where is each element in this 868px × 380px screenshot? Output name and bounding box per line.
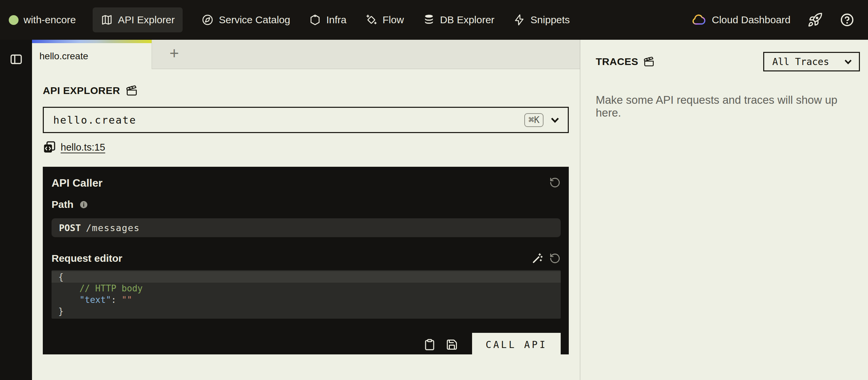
endpoint-select[interactable]: hello.create ⌘K <box>43 107 569 133</box>
path-label: Path <box>52 199 73 210</box>
api-caller-panel: API Caller Path POST /messages <box>43 167 569 354</box>
trace-filter-select[interactable]: All Traces <box>763 52 860 71</box>
rocket-button[interactable] <box>807 12 823 28</box>
shortcut-badge: ⌘K <box>524 113 544 127</box>
undo-icon <box>549 253 561 264</box>
database-icon <box>423 14 435 26</box>
nav-item-label: Snippets <box>530 14 570 26</box>
nav-item-label: Infra <box>326 14 346 26</box>
explorer-heading-row: API EXPLORER <box>43 85 569 97</box>
save-icon <box>446 339 458 351</box>
nav-item-label: DB Explorer <box>440 14 495 26</box>
nav-item-label: API Explorer <box>118 14 175 26</box>
endpoint-select-right: ⌘K <box>524 113 561 127</box>
wand-sparkles-icon <box>532 253 543 264</box>
request-editor-header: Request editor <box>52 253 561 264</box>
generate-payload-button[interactable] <box>532 253 543 264</box>
rocket-icon <box>807 12 823 28</box>
chevron-down-icon <box>549 114 561 126</box>
nav-item-db-explorer[interactable]: DB Explorer <box>423 14 495 26</box>
cube-icon <box>309 14 321 26</box>
traces-title: TRACES <box>596 56 638 67</box>
tab-label: hello.create <box>39 51 88 62</box>
copy-request-button[interactable] <box>424 339 436 351</box>
source-link-label: hello.ts:15 <box>61 142 105 153</box>
clipboard-icon <box>424 339 436 351</box>
tab-strip: + <box>152 40 580 69</box>
code-line: } <box>52 306 561 317</box>
app-name: with-encore <box>24 14 76 26</box>
trace-filter-value: All Traces <box>772 56 829 67</box>
path-label-row: Path <box>52 199 561 210</box>
nav-item-api-explorer[interactable]: API Explorer <box>93 7 183 32</box>
api-caller-footer: CALL API <box>52 333 561 356</box>
nav-item-snippets[interactable]: Snippets <box>513 14 570 26</box>
endpoint-name: hello.create <box>53 114 136 126</box>
info-icon[interactable] <box>79 200 88 209</box>
explorer-content: API EXPLORER hello.create ⌘K hell <box>32 69 580 354</box>
save-request-button[interactable] <box>446 339 458 351</box>
request-editor[interactable]: { // HTTP body "text": "" } <box>52 270 561 319</box>
reset-path-button[interactable] <box>549 177 561 188</box>
top-nav: with-encore API Explorer Service Catalog… <box>0 0 868 40</box>
nav-item-infra[interactable]: Infra <box>309 14 346 26</box>
request-editor-title: Request editor <box>52 253 122 264</box>
page-body: hello.create + API EXPLORER hello.create… <box>0 40 868 380</box>
help-button[interactable] <box>840 12 855 27</box>
nav-item-flow[interactable]: Flow <box>365 14 404 26</box>
call-api-button[interactable]: CALL API <box>472 333 561 356</box>
endpoint-path-bar: POST /messages <box>52 218 561 237</box>
cloud-icon <box>691 12 706 27</box>
nav-item-service-catalog[interactable]: Service Catalog <box>202 14 290 26</box>
cloud-dashboard-label: Cloud Dashboard <box>712 14 790 26</box>
map-icon <box>101 14 113 26</box>
code-line: // HTTP body <box>52 283 561 294</box>
traces-panel: TRACES All Traces Make some API requests… <box>580 40 868 380</box>
tab-hello-create[interactable]: hello.create <box>32 40 152 69</box>
traces-title-row: TRACES <box>596 56 655 67</box>
traces-header: TRACES All Traces <box>596 52 860 71</box>
compass-icon <box>202 14 214 26</box>
undo-icon <box>549 177 561 188</box>
nav-item-label: Flow <box>382 14 404 26</box>
left-rail <box>0 40 32 380</box>
help-icon <box>840 12 855 27</box>
main-nav: API Explorer Service Catalog Infra Flow … <box>93 7 691 32</box>
traces-empty-message: Make some API requests and traces will s… <box>596 94 860 119</box>
http-method: POST <box>59 223 81 233</box>
tab-bar: hello.create + <box>32 40 580 69</box>
cloud-dashboard-link[interactable]: Cloud Dashboard <box>691 12 790 27</box>
page-title: API EXPLORER <box>43 85 120 96</box>
http-path: /messages <box>86 223 140 233</box>
clapperboard-icon <box>643 56 655 67</box>
chevron-down-icon <box>843 56 854 67</box>
reset-request-button[interactable] <box>549 253 561 264</box>
app-status-dot <box>9 15 19 25</box>
nav-item-label: Service Catalog <box>219 14 290 26</box>
sidebar-toggle-icon <box>9 53 23 66</box>
api-caller-title: API Caller <box>52 177 102 189</box>
code-file-icon <box>43 140 56 154</box>
clapperboard-icon <box>126 85 138 97</box>
app-identity[interactable]: with-encore <box>9 14 76 26</box>
api-caller-header: API Caller <box>52 177 561 189</box>
nav-right: Cloud Dashboard <box>691 12 855 28</box>
new-tab-button[interactable]: + <box>166 45 182 63</box>
request-editor-actions <box>532 253 561 264</box>
source-link[interactable]: hello.ts:15 <box>43 140 105 154</box>
code-line: "text": "" <box>52 294 561 306</box>
diamond-sparkle-icon <box>365 14 377 26</box>
sidebar-toggle-button[interactable] <box>9 53 23 66</box>
lightning-icon <box>513 14 525 26</box>
main-panel: hello.create + API EXPLORER hello.create… <box>32 40 580 380</box>
code-line: { <box>52 271 561 283</box>
